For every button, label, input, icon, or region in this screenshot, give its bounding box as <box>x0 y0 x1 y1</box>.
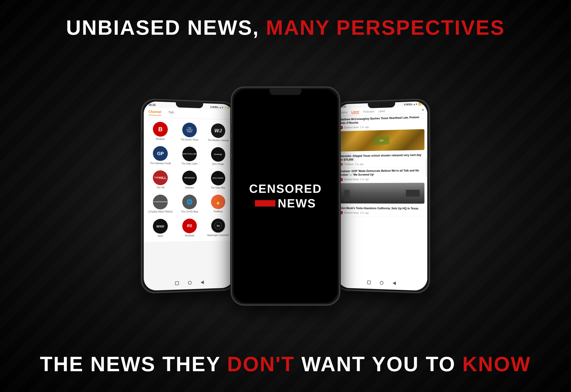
side-btn-left-3 <box>141 166 142 182</box>
channel-name-western: The Western Journal <box>208 139 228 142</box>
channel-covid-blog[interactable]: 🌐 The COVID Blog <box>176 193 203 215</box>
channel-name-washington-examiner: Washington Examiner <box>207 234 229 237</box>
right-screen: 16:23 0.0KB/s ▲▼ 📶🔋 Home Latest Podcasts… <box>337 101 427 291</box>
page-wrapper: UNBIASED NEWS, MANY PERSPECTIVES 16:25 0… <box>0 0 571 392</box>
censored-red-bar <box>255 200 275 206</box>
channel-name-epoch: The Epoch Times <box>181 138 199 141</box>
news-title-2: Horowitz: Alleged Texas school shooter r… <box>340 153 425 162</box>
phone-right: 16:23 0.0KB/s ▲▼ 📶🔋 Home Latest Podcasts… <box>335 98 430 294</box>
bottom-headline: THE NEWS THEY DON'T WANT YOU TO KNOW <box>40 352 531 376</box>
channel-name-dailywire: The Daily Wire <box>211 186 226 189</box>
news-time-3: 1 hr. ago <box>360 178 369 180</box>
notch-right <box>368 101 395 108</box>
channel-hill[interactable]: THE HILL The Hill <box>147 168 174 191</box>
tab-liked[interactable]: Liked <box>378 109 385 113</box>
nav-back-left[interactable] <box>201 280 204 284</box>
tab-home[interactable]: Home <box>340 111 347 114</box>
logo-theblaze: 🔥 <box>211 195 225 209</box>
tab-latest[interactable]: Latest <box>351 110 359 114</box>
bottom-headline-red1: DON'T <box>227 353 295 376</box>
top-headline-red: MANY PERSPECTIVES <box>266 16 505 39</box>
channel-washington-examiner[interactable]: We Washington Examiner <box>205 217 231 239</box>
channel-name-breitbart: Breitbart <box>156 138 165 141</box>
channel-name-covidblog: The COVID Blog <box>181 210 198 213</box>
channel-western-journal[interactable]: WJ The Western Journal <box>205 121 231 144</box>
nav-circle-right[interactable] <box>380 281 384 285</box>
logo-zerohedge: Zero Hedge <box>211 147 225 162</box>
channel-daily-caller[interactable]: DAILY CALLER The Daily Caller <box>176 145 203 167</box>
censored-bottom-wrap: NEWS <box>249 196 322 210</box>
news-meta-3: B Breitbart News 1 hr. ago <box>340 177 425 181</box>
news-image-person <box>340 183 425 203</box>
logo-gateway: GP <box>153 146 168 161</box>
logo-breitbart: B <box>153 121 168 137</box>
news-source-2: TheBlaze <box>344 163 354 165</box>
nav-square-right[interactable] <box>367 280 371 284</box>
center-screen: CENSORED NEWS <box>233 89 338 303</box>
channel-name-infowars: Infowars <box>185 186 194 189</box>
channel-name-zerohedge: Zero Hedge <box>212 163 224 166</box>
phone-screen-center: CENSORED NEWS <box>233 89 338 303</box>
phones-container: 16:25 0.4KB/s ▲▼ ⚡🔋 Channel Tab B Breitb <box>0 40 571 352</box>
logo-redstate: RS <box>182 219 197 233</box>
channel-breitbart[interactable]: B Breitbart <box>147 120 174 143</box>
side-btn-left-1 <box>141 132 142 142</box>
logo-western: WJ <box>211 123 225 138</box>
news-item-1[interactable]: Matthew McConaughey Bashes Texas Heartbe… <box>337 114 427 131</box>
tab-tab[interactable]: Tab <box>168 110 174 116</box>
bottom-headline-red2: KNOW <box>462 353 531 376</box>
news-item-4[interactable]: Elon Musk's Tesla Abandons California, S… <box>337 205 427 217</box>
bottom-headline-white2: WANT YOU TO <box>295 353 462 376</box>
channel-zerohedge[interactable]: Zero Hedge Zero Hedge <box>205 145 231 167</box>
nav-square-left[interactable] <box>175 281 179 285</box>
channel-gateway[interactable]: GP The Gateway Pundit <box>147 144 174 167</box>
tab-plus[interactable]: + <box>422 108 424 112</box>
channel-name-hill: The Hill <box>157 186 164 189</box>
logo-wnd: WND <box>153 219 168 234</box>
side-btn-left-center <box>230 124 232 133</box>
news-item-3[interactable]: Graham: GOP 'Made Democrats Believe We'r… <box>337 167 427 183</box>
side-btn-left2-center <box>230 138 232 154</box>
channel-epoch[interactable]: THE EPOCH TIMES The Epoch Times <box>176 120 203 143</box>
phone-center: CENSORED NEWS <box>231 86 340 306</box>
tab-channel[interactable]: Channel <box>148 110 161 116</box>
bottom-headline-white1: THE NEWS THEY <box>40 353 227 376</box>
censored-logo: CENSORED NEWS <box>249 182 322 210</box>
status-time-right: 16:23 <box>340 105 346 108</box>
channel-name-redstate: RedState <box>185 234 194 237</box>
news-meta-4: B Breitbart News 2 hr. ago <box>340 211 425 215</box>
news-source-3: Breitbart News <box>344 178 359 181</box>
channel-name-theblaze: TheBlaze <box>213 210 223 213</box>
phone-left: 16:25 0.4KB/s ▲▼ ⚡🔋 Channel Tab B Breitb <box>141 98 237 294</box>
channel-name-cfp: CITIZEN FREE PRESS <box>148 210 173 213</box>
notch-center <box>270 88 301 95</box>
scrollbar-right <box>426 158 427 176</box>
logo-dailycaller: DAILY CALLER <box>182 146 197 161</box>
channel-name-gateway: The Gateway Pundit <box>150 162 171 165</box>
logo-washingtonexaminer: We <box>211 218 225 233</box>
channel-infowars[interactable]: INFO WARS Infowars <box>176 169 203 191</box>
channel-theblaze[interactable]: 🔥 TheBlaze <box>205 193 231 215</box>
status-time-left: 16:25 <box>148 103 156 107</box>
news-title-3: Graham: GOP 'Made Democrats Believe We'r… <box>340 169 425 176</box>
news-source-1: Breitbart News <box>344 126 359 129</box>
nav-circle-left[interactable] <box>188 281 192 285</box>
censored-news-text: NEWS <box>278 196 316 210</box>
side-btn-left-2 <box>141 146 142 162</box>
logo-covidblog: 🌐 <box>182 195 197 209</box>
svg-text:We: We <box>216 224 220 228</box>
status-info-right: 0.0KB/s ▲▼ 📶🔋 <box>404 102 424 106</box>
channel-wnd[interactable]: WND WND <box>147 217 174 240</box>
notch-left <box>176 101 203 108</box>
logo-cfp: CITIZEN FREE PRESS <box>153 195 168 209</box>
channel-daily-wire[interactable]: DAILY WIRE The Daily Wire <box>205 169 231 191</box>
channel-cfp[interactable]: CITIZEN FREE PRESS CITIZEN FREE PRESS <box>147 193 174 216</box>
nav-back-right[interactable] <box>393 281 396 285</box>
phone-screen-left: 16:25 0.4KB/s ▲▼ ⚡🔋 Channel Tab B Breitb <box>144 101 234 291</box>
news-title-4: Elon Musk's Tesla Abandons California, S… <box>340 206 425 210</box>
channel-name-wnd: WND <box>157 235 163 238</box>
tab-podcasts[interactable]: Podcasts <box>363 110 374 114</box>
channel-redstate[interactable]: RS RedState <box>176 217 203 239</box>
logo-dailywire: DAILY WIRE <box>211 171 225 186</box>
news-item-2[interactable]: Horowitz: Alleged Texas school shooter r… <box>337 151 427 168</box>
